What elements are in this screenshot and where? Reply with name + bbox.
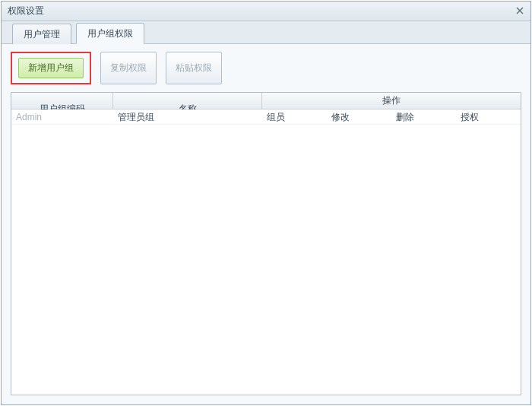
table-header: 用户组编码 名称 操作 组员 修改 删除 授权: [11, 93, 521, 109]
tab-user-management[interactable]: 用户管理: [12, 24, 71, 44]
paste-permissions-button[interactable]: 粘贴权限: [166, 52, 222, 84]
action-authorize[interactable]: 授权: [456, 109, 521, 124]
tab-group-permissions[interactable]: 用户组权限: [76, 23, 144, 44]
titlebar: 权限设置: [2, 2, 530, 21]
action-members[interactable]: 组员: [262, 109, 327, 124]
cell-code: Admin: [11, 109, 113, 124]
highlight-annotation: 新增用户组: [11, 52, 91, 84]
dialog-window: 权限设置 用户管理 用户组权限 新增用户组 复制权限 粘贴权限 用户组编码 名称…: [1, 1, 531, 405]
content-area: 新增用户组 复制权限 粘贴权限 用户组编码 名称 操作 组员 修改 删除 授权: [2, 44, 530, 404]
window-title: 权限设置: [8, 5, 44, 17]
group-table: 用户组编码 名称 操作 组员 修改 删除 授权 Admin 管理员组 组员: [11, 92, 521, 395]
cell-name: 管理员组: [113, 109, 262, 124]
copy-permissions-button[interactable]: 复制权限: [100, 52, 157, 84]
add-group-button[interactable]: 新增用户组: [18, 58, 84, 78]
action-edit[interactable]: 修改: [327, 109, 391, 124]
table-row: Admin 管理员组 组员 修改 删除 授权: [11, 109, 521, 125]
col-header-operations: 操作: [262, 93, 521, 109]
table-body: Admin 管理员组 组员 修改 删除 授权: [11, 109, 521, 395]
toolbar: 新增用户组 复制权限 粘贴权限: [11, 52, 521, 84]
tabbar: 用户管理 用户组权限: [2, 21, 530, 44]
close-icon[interactable]: [514, 5, 526, 17]
action-delete[interactable]: 删除: [391, 109, 456, 124]
